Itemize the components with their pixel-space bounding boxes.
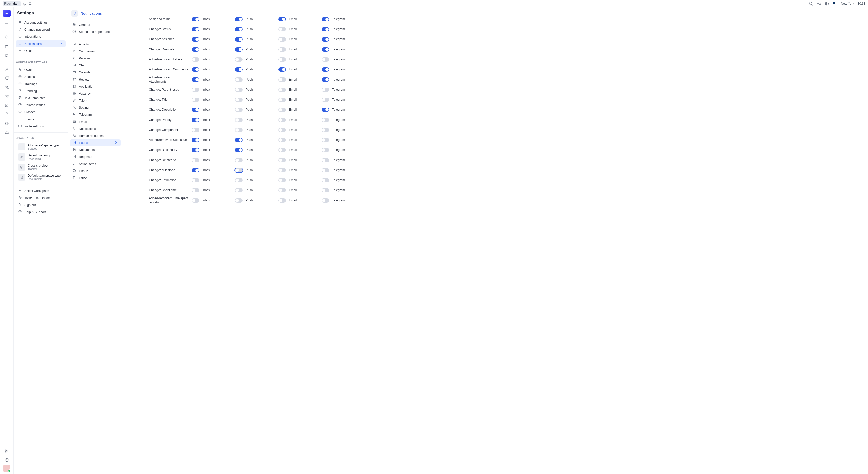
- floor-chip[interactable]: Floor Main: [2, 1, 21, 6]
- sidebar-item-related-issues[interactable]: Related issues: [16, 102, 66, 109]
- toggle-inbox[interactable]: [192, 17, 199, 21]
- toggle-inbox[interactable]: [192, 118, 199, 122]
- sidebar-item-owners[interactable]: Owners: [16, 66, 66, 73]
- toggle-email[interactable]: [278, 178, 286, 182]
- toggle-inbox[interactable]: [192, 148, 199, 152]
- toggle-telegram[interactable]: [321, 47, 329, 52]
- toggle-email[interactable]: [278, 158, 286, 162]
- toggle-telegram[interactable]: [321, 67, 329, 72]
- sidebar-item-account-settings[interactable]: Account settings: [16, 19, 66, 26]
- subnav-item-notifications[interactable]: Notifications: [70, 125, 121, 132]
- toggle-inbox[interactable]: [192, 77, 199, 82]
- toggle-push[interactable]: [235, 158, 243, 162]
- subnav-item-sound-and-appearance[interactable]: Sound and appearance: [70, 28, 121, 35]
- subnav-item-application[interactable]: Application: [70, 83, 121, 90]
- sidebar-item-notifications[interactable]: Notifications: [16, 40, 66, 47]
- subnav-item-companies[interactable]: Companies: [70, 48, 121, 55]
- subnav-item-documents[interactable]: Documents: [70, 147, 121, 154]
- subnav-item-telegram[interactable]: Telegram: [70, 111, 121, 118]
- toggle-inbox[interactable]: [192, 188, 199, 192]
- toggle-push[interactable]: [235, 148, 243, 152]
- toggle-push[interactable]: [235, 88, 243, 92]
- toggle-inbox[interactable]: [192, 57, 199, 62]
- subnav-item-calendar[interactable]: Calendar: [70, 69, 121, 76]
- toggle-email[interactable]: [278, 98, 286, 102]
- toggle-inbox[interactable]: [192, 37, 199, 41]
- toggle-inbox[interactable]: [192, 138, 199, 142]
- toggle-email[interactable]: [278, 168, 286, 172]
- rail-recruit-icon[interactable]: [3, 92, 11, 100]
- toggle-inbox[interactable]: [192, 158, 199, 162]
- toggle-telegram[interactable]: [321, 77, 329, 82]
- toggle-push[interactable]: [235, 67, 243, 72]
- rail-tracker-icon[interactable]: [3, 101, 11, 109]
- toggle-email[interactable]: [278, 138, 286, 142]
- toggle-push[interactable]: [235, 47, 243, 52]
- subnav-item-requests[interactable]: Requests: [70, 154, 121, 160]
- toggle-inbox[interactable]: [192, 178, 199, 182]
- toggle-telegram[interactable]: [321, 188, 329, 192]
- toggle-telegram[interactable]: [321, 88, 329, 92]
- toggle-inbox[interactable]: [192, 108, 199, 112]
- toggle-telegram[interactable]: [321, 57, 329, 62]
- toggle-push[interactable]: [235, 188, 243, 192]
- theme-icon[interactable]: [825, 1, 829, 6]
- toggle-telegram[interactable]: [321, 108, 329, 112]
- toggle-push[interactable]: [235, 37, 243, 41]
- toggle-push[interactable]: [235, 17, 243, 21]
- rail-docs-icon[interactable]: [3, 110, 11, 118]
- toggle-inbox[interactable]: [192, 27, 199, 31]
- toggle-telegram[interactable]: [321, 148, 329, 152]
- toggle-email[interactable]: [278, 27, 286, 31]
- mic-icon[interactable]: [22, 1, 27, 6]
- sidebar-item-spaces[interactable]: Spaces: [16, 73, 66, 81]
- toggle-email[interactable]: [278, 37, 286, 41]
- toggle-inbox[interactable]: [192, 98, 199, 102]
- sidebar-item-integrations[interactable]: Integrations: [16, 33, 66, 40]
- toggle-telegram[interactable]: [321, 168, 329, 172]
- toggle-telegram[interactable]: [321, 17, 329, 21]
- subnav-item-email[interactable]: Email: [70, 118, 121, 125]
- toggle-inbox[interactable]: [192, 47, 199, 52]
- user-avatar[interactable]: [3, 465, 10, 472]
- rail-sparkle-icon[interactable]: [3, 119, 11, 127]
- toggle-push[interactable]: [235, 108, 243, 112]
- subnav-item-human-resources[interactable]: Human resources: [70, 132, 121, 139]
- toggle-email[interactable]: [278, 198, 286, 202]
- flag-icon[interactable]: [833, 2, 837, 5]
- search-icon[interactable]: [809, 1, 813, 6]
- subnav-item-general[interactable]: General: [70, 21, 121, 28]
- rail-menu-icon[interactable]: [3, 20, 11, 28]
- subnav-item-talent[interactable]: Talent: [70, 97, 121, 104]
- toggle-email[interactable]: [278, 118, 286, 122]
- toggle-telegram[interactable]: [321, 27, 329, 31]
- toggle-telegram[interactable]: [321, 118, 329, 122]
- subnav-item-activity[interactable]: Activity: [70, 41, 121, 48]
- toggle-telegram[interactable]: [321, 178, 329, 182]
- toggle-push[interactable]: [235, 198, 243, 202]
- rail-chat-icon[interactable]: [3, 74, 11, 82]
- subnav-item-issues[interactable]: Issues: [70, 139, 121, 147]
- toggle-inbox[interactable]: [192, 67, 199, 72]
- toggle-telegram[interactable]: [321, 158, 329, 162]
- app-logo[interactable]: ✦: [3, 9, 10, 17]
- toggle-email[interactable]: [278, 188, 286, 192]
- subnav-item-setting[interactable]: Setting: [70, 104, 121, 111]
- sidebar-item-select-workspace[interactable]: Select workspace: [16, 187, 66, 194]
- rail-cloud-icon[interactable]: [3, 128, 11, 136]
- toggle-inbox[interactable]: [192, 168, 199, 172]
- toggle-email[interactable]: [278, 57, 286, 62]
- subnav-item-vacancy[interactable]: Vacancy: [70, 90, 121, 97]
- space-type-item[interactable]: Default vacancyRecruiting: [16, 152, 66, 162]
- toggle-push[interactable]: [235, 128, 243, 132]
- toggle-email[interactable]: [278, 148, 286, 152]
- sidebar-item-invite-to-workspace[interactable]: Invite to workspace: [16, 194, 66, 201]
- toggle-push[interactable]: [235, 138, 243, 142]
- subnav-item-github[interactable]: Github: [70, 167, 121, 175]
- sidebar-item-classes[interactable]: Classes: [16, 109, 66, 116]
- toggle-push[interactable]: [235, 168, 243, 172]
- sidebar-item-trainings[interactable]: Trainings: [16, 81, 66, 88]
- subnav-item-action-items[interactable]: Action Items: [70, 160, 121, 167]
- sidebar-item-enums[interactable]: Enums: [16, 116, 66, 123]
- sidebar-item-text-templates[interactable]: Text Templates: [16, 95, 66, 102]
